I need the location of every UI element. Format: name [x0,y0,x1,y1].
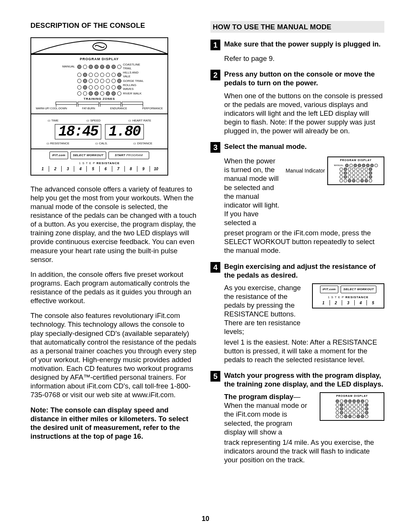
step-number-icon: 2 [210,70,220,80]
ifit-button: iFIT.com [49,152,68,159]
program-display-panel: PROGRAM DISPLAY MANUALCOASTLINE TRAIL HI… [31,54,167,113]
left-p2: In addition, the console offers five pre… [30,270,197,305]
step-4-body: As you exercise, change the resistance o… [224,283,384,364]
step-number-icon: 4 [210,262,220,273]
resistance-numbers: 12345678910 [33,165,165,172]
select-workout-button: SELECT WORKOUT [70,152,106,159]
console-diagram: PROGRAM DISPLAY MANUALCOASTLINE TRAIL HI… [30,37,168,176]
step-5-body: The program display—When the manual mode… [224,392,384,464]
step-3-body: When the power is turned on, the manual … [224,157,384,255]
step-1-body: Refer to page 9. [224,54,384,63]
mini-program-display: PROGRAM DISPLAY MANUAL [327,157,384,185]
step-2-body: When one of the buttons on the console i… [224,91,384,136]
step-4: 4 Begin exercising and adjust the resist… [210,262,384,280]
start-program-button: START PROGRAM [108,152,149,159]
mini-resistance-panel: iFIT.com SELECT WORKOUT 1 S T E P RESIST… [312,283,384,309]
step-number-icon: 5 [210,371,220,382]
left-p1: The advanced console offers a variety of… [30,185,197,264]
left-p3: The console also features revolutionary … [30,311,197,399]
right-column: HOW TO USE THE MANUAL MODE 1 Make sure t… [210,21,384,471]
left-heading: DESCRIPTION OF THE CONSOLE [30,21,197,30]
led-left: 18:45 [55,124,101,139]
step-number-icon: 1 [210,40,220,50]
page-number: 10 [0,514,411,523]
left-p4-note: Note: The console can display speed and … [30,406,197,441]
step-number-icon: 3 [210,142,220,153]
console-arch-icon [31,38,167,54]
led-right: 1.80 [105,124,143,139]
manual-indicator-label: Manual Indicator [285,168,325,174]
buttons-panel: iFIT.com SELECT WORKOUT START PROGRAM 1 … [31,149,167,175]
led-panel: ▭ TIME ▭ SPEED ▭ HEART RATE 18:45 1.80 ▭… [31,113,167,149]
step-3: 3 Select the manual mode. [210,142,384,153]
mini-program-display-2: PROGRAM DISPLAY [320,392,384,421]
right-heading: HOW TO USE THE MANUAL MODE [210,21,384,33]
left-column: DESCRIPTION OF THE CONSOLE PROGRAM DISPL… [30,21,197,471]
step-1: 1 Make sure that the power supply is plu… [210,40,384,50]
step-5: 5 Watch your progress with the program d… [210,371,384,388]
step-2: 2 Press any button on the console or mov… [210,70,384,87]
